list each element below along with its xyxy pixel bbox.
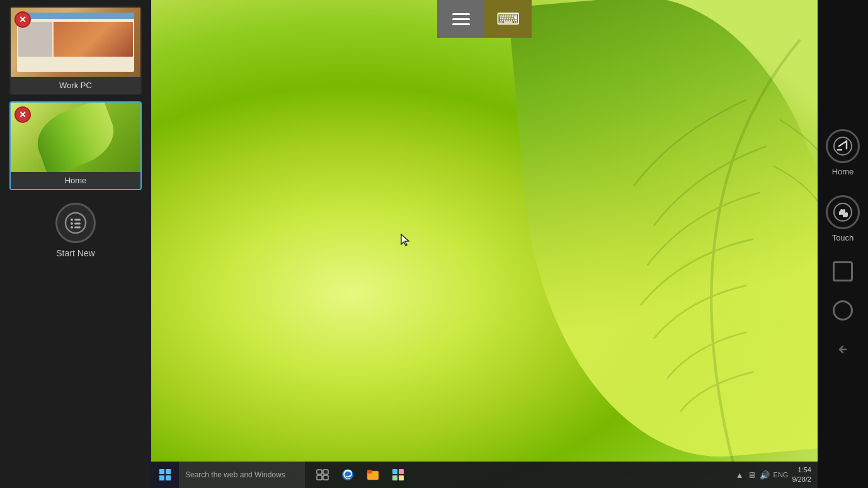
menu-button[interactable] bbox=[437, 0, 484, 38]
keyboard-button[interactable]: ⌨ bbox=[484, 0, 532, 38]
connection-card-home[interactable]: ✕ Home bbox=[9, 101, 142, 190]
home-nav-label: Home bbox=[832, 167, 854, 176]
svg-rect-22 bbox=[399, 475, 404, 480]
svg-point-23 bbox=[834, 137, 852, 155]
svg-rect-13 bbox=[317, 475, 322, 480]
taskbar-taskview[interactable] bbox=[311, 463, 334, 486]
svg-rect-8 bbox=[166, 469, 171, 474]
svg-rect-14 bbox=[323, 475, 328, 480]
taskview-icon bbox=[316, 469, 329, 480]
sys-tray-icons: ▲ 🖥 🔊 ENG bbox=[736, 470, 789, 480]
touch-hand-icon bbox=[833, 202, 853, 222]
home-arrow-icon bbox=[833, 136, 853, 156]
explorer-icon bbox=[366, 468, 380, 482]
touch-nav-icon bbox=[826, 195, 860, 229]
svg-rect-2 bbox=[74, 219, 81, 221]
svg-rect-19 bbox=[392, 469, 397, 474]
svg-rect-6 bbox=[74, 227, 81, 229]
taskbar-clock: 1:54 9/28/2 bbox=[792, 465, 811, 485]
toolbar: ⌨ bbox=[437, 0, 532, 38]
workpc-label: Work PC bbox=[11, 77, 140, 94]
taskbar: Search the web and Windows bbox=[151, 462, 818, 488]
start-new-button[interactable]: Start New bbox=[55, 203, 96, 258]
svg-point-1 bbox=[71, 218, 73, 221]
input-icon: ENG bbox=[774, 471, 789, 479]
svg-point-5 bbox=[71, 226, 73, 229]
taskbar-edge[interactable] bbox=[336, 463, 359, 486]
leaf-decoration bbox=[508, 0, 818, 472]
taskbar-right: ▲ 🖥 🔊 ENG 1:54 9/28/2 bbox=[736, 465, 818, 485]
remote-desktop[interactable]: ⌨ Search the web and Windows bbox=[151, 0, 818, 488]
close-home-button[interactable]: ✕ bbox=[14, 106, 31, 123]
svg-rect-12 bbox=[323, 470, 328, 474]
svg-rect-21 bbox=[392, 475, 397, 480]
svg-rect-11 bbox=[317, 470, 322, 474]
taskbar-search[interactable]: Search the web and Windows bbox=[179, 462, 305, 488]
keyboard-icon: ⌨ bbox=[496, 9, 520, 29]
store-icon bbox=[391, 468, 405, 482]
home-circle-button[interactable] bbox=[833, 300, 853, 321]
start-new-label: Start New bbox=[56, 248, 94, 258]
taskbar-store[interactable] bbox=[387, 463, 409, 486]
windows-logo bbox=[159, 468, 171, 481]
right-sidebar: Home Touch bbox=[818, 0, 868, 488]
home-nav-button[interactable]: Home bbox=[826, 129, 860, 176]
svg-rect-10 bbox=[166, 475, 171, 480]
connection-card-workpc[interactable]: ✕ Work PC bbox=[9, 6, 142, 95]
svg-rect-9 bbox=[159, 475, 164, 480]
svg-rect-7 bbox=[159, 469, 164, 474]
svg-rect-18 bbox=[367, 470, 372, 472]
taskbar-icons bbox=[311, 463, 409, 486]
touch-nav-button[interactable]: Touch bbox=[826, 195, 860, 242]
touch-nav-label: Touch bbox=[832, 233, 854, 242]
back-arrow-icon bbox=[835, 342, 850, 357]
start-button[interactable] bbox=[151, 462, 179, 488]
tray-arrow[interactable]: ▲ bbox=[736, 470, 744, 480]
home-nav-icon bbox=[826, 129, 860, 163]
list-icon bbox=[64, 212, 87, 234]
svg-rect-4 bbox=[74, 223, 81, 225]
home-label: Home bbox=[11, 172, 140, 189]
edge-icon bbox=[341, 468, 355, 482]
clock-date: 9/28/2 bbox=[792, 475, 811, 484]
clock-time: 1:54 bbox=[792, 465, 811, 475]
main-area[interactable]: ⌨ Search the web and Windows bbox=[151, 0, 818, 488]
svg-rect-20 bbox=[399, 469, 404, 474]
search-placeholder: Search the web and Windows bbox=[185, 470, 285, 479]
volume-icon: 🔊 bbox=[760, 470, 770, 480]
back-button[interactable] bbox=[833, 339, 853, 360]
recent-apps-button[interactable] bbox=[833, 261, 853, 281]
start-new-icon bbox=[55, 203, 96, 243]
close-workpc-button[interactable]: ✕ bbox=[14, 11, 31, 28]
svg-point-3 bbox=[71, 222, 73, 225]
network-icon: 🖥 bbox=[748, 470, 756, 480]
hamburger-icon bbox=[452, 13, 470, 25]
left-sidebar: ✕ Work PC ✕ Home bbox=[0, 0, 151, 488]
taskbar-explorer[interactable] bbox=[362, 463, 384, 486]
desktop-background bbox=[151, 0, 818, 488]
